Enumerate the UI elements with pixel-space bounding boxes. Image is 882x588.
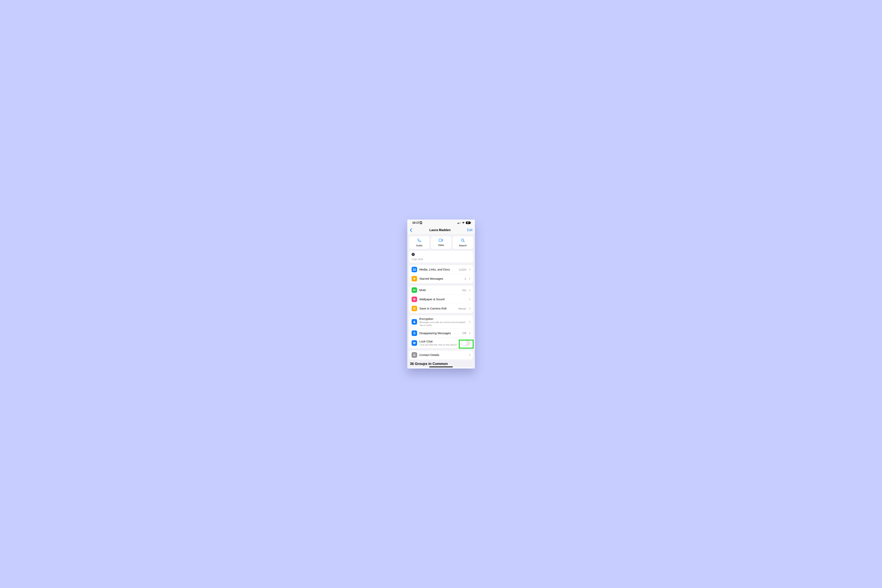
list-group-media-starred: Media, Links, and Docs 3,620 Starred Mes… (409, 265, 473, 283)
search-button[interactable]: Search (453, 236, 473, 249)
back-button[interactable] (410, 228, 416, 232)
starred-messages-count: 2 (465, 277, 466, 280)
starred-messages-row[interactable]: Starred Messages 2 (409, 274, 473, 283)
contact-details-label: Contact Details (420, 353, 466, 357)
content-scroll-area[interactable]: Audio Video Search 2 Apr 2018 (407, 234, 475, 369)
cellular-signal-icon (458, 222, 461, 224)
svg-rect-16 (414, 322, 415, 323)
status-time: 10:17 (412, 221, 420, 224)
status-bar: 10:17 87 (407, 219, 475, 226)
list-group-create-group: + Create Group with Laura (409, 368, 473, 369)
chevron-right-icon (469, 268, 471, 271)
save-to-camera-roll-row[interactable]: Save to Camera Roll Never (409, 304, 473, 313)
mute-label: Mute (420, 288, 460, 292)
contact-icon (412, 352, 417, 358)
media-thumbnail (412, 253, 415, 256)
list-group-contact: Contact Details (409, 351, 473, 360)
chat-lock-icon (412, 340, 417, 346)
svg-rect-4 (459, 222, 460, 224)
svg-point-12 (414, 269, 414, 269)
lock-chat-label: Lock Chat (420, 340, 459, 343)
chevron-right-icon (469, 321, 471, 323)
lock-chat-toggle[interactable] (461, 340, 471, 346)
contact-details-row[interactable]: Contact Details (409, 351, 473, 360)
chevron-right-icon (469, 289, 471, 291)
video-label: Video (438, 244, 444, 247)
wallpaper-icon (412, 297, 417, 302)
navigation-bar: Laura Madden Edit (407, 226, 475, 234)
media-links-docs-count: 3,620 (459, 268, 466, 271)
disappearing-messages-row[interactable]: Disappearing Messages Off (409, 329, 473, 338)
star-icon (412, 276, 417, 282)
lock-chat-row: Lock Chat Lock and hide this chat on thi… (409, 338, 473, 348)
save-icon (412, 306, 417, 311)
groups-in-common-header: 36 Groups in Common (410, 362, 472, 366)
phone-screen: 10:17 87 Laura Madden Edit (407, 219, 475, 369)
media-date: 2 Apr 2018 (412, 258, 471, 261)
lock-chat-subtitle: Lock and hide this chat on this device. (420, 344, 459, 346)
chevron-right-icon (469, 354, 471, 356)
video-call-button[interactable]: Video (431, 236, 451, 249)
svg-point-20 (414, 354, 415, 355)
orientation-lock-icon (420, 222, 422, 224)
disappearing-messages-label: Disappearing Messages (420, 332, 460, 335)
shared-media-preview[interactable]: 2 Apr 2018 (409, 251, 473, 262)
list-group-settings: Mute No Wallpaper & Sound Save to Camera… (409, 286, 473, 313)
timer-icon (412, 330, 417, 336)
search-label: Search (459, 244, 466, 247)
wallpaper-sound-label: Wallpaper & Sound (420, 297, 466, 301)
audio-label: Audio (416, 244, 422, 247)
svg-rect-18 (414, 343, 415, 343)
media-links-docs-row[interactable]: Media, Links, and Docs 3,620 (409, 265, 473, 274)
disappearing-messages-value: Off (462, 332, 466, 335)
svg-point-9 (461, 239, 464, 241)
home-indicator[interactable] (429, 366, 453, 368)
encryption-subtitle: Messages and calls are end-to-end encryp… (420, 321, 466, 327)
chevron-right-icon (469, 308, 471, 310)
mute-row[interactable]: Mute No (409, 286, 473, 295)
mute-value: No (462, 288, 466, 292)
chevron-right-icon (469, 278, 471, 280)
photos-icon (412, 267, 417, 272)
encryption-label: Encryption (420, 317, 466, 321)
wallpaper-sound-row[interactable]: Wallpaper & Sound (409, 295, 473, 304)
lock-icon (412, 319, 417, 325)
battery-percent: 87 (466, 222, 470, 224)
svg-rect-3 (458, 223, 459, 224)
phone-icon (417, 238, 421, 243)
svg-rect-1 (420, 222, 422, 224)
save-to-camera-roll-value: Never (458, 307, 466, 310)
create-group-row[interactable]: + Create Group with Laura (409, 368, 473, 369)
svg-line-10 (464, 241, 465, 242)
chevron-right-icon (469, 332, 471, 334)
audio-call-button[interactable]: Audio (409, 236, 429, 249)
encryption-row[interactable]: Encryption Messages and calls are end-to… (409, 315, 473, 328)
svg-rect-7 (471, 222, 471, 223)
starred-messages-label: Starred Messages (420, 277, 462, 280)
save-to-camera-roll-label: Save to Camera Roll (420, 307, 456, 310)
svg-rect-8 (439, 239, 442, 242)
video-icon (439, 239, 443, 243)
media-links-docs-label: Media, Links, and Docs (420, 268, 456, 271)
wifi-icon (462, 222, 465, 224)
chevron-right-icon (469, 298, 471, 301)
list-group-privacy: Encryption Messages and calls are end-to… (409, 315, 473, 348)
battery-icon: 87 (466, 222, 471, 224)
speaker-icon (412, 287, 417, 293)
search-icon (461, 238, 465, 243)
action-button-row: Audio Video Search (409, 236, 473, 249)
page-title: Laura Madden (429, 228, 451, 232)
svg-rect-2 (458, 223, 458, 224)
svg-rect-5 (460, 222, 460, 224)
edit-button[interactable]: Edit (465, 228, 472, 232)
